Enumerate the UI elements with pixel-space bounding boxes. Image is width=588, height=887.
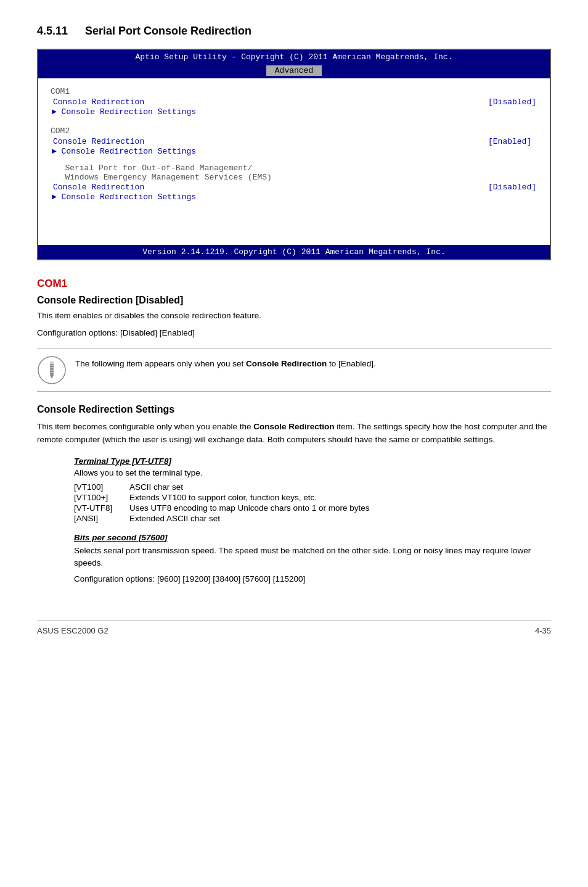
section-title: Serial Port Console Redirection (85, 25, 251, 37)
terminal-key-vt100plus: [VT100+] (74, 493, 117, 502)
bios-com1-settings-row[interactable]: ► Console Redirection Settings (52, 107, 537, 117)
bios-com2-label: COM2 (51, 126, 537, 136)
bios-screenshot: Aptio Setup Utility - Copyright (C) 2011… (37, 49, 551, 260)
bios-ems-label1: Serial Port for Out-of-Band Management/ (51, 163, 537, 173)
note-text-after: to [Enabled]. (329, 359, 376, 368)
settings-body-text: This item becomes configurable only when… (37, 420, 551, 447)
note-bold: Console Redirection (246, 359, 327, 368)
bios-com1-label: COM1 (51, 87, 537, 96)
console-redirection-config: Configuration options: [Disabled] [Enabl… (37, 327, 551, 339)
svg-marker-2 (50, 375, 54, 379)
settings-desc1: This item becomes configurable only when… (37, 422, 251, 431)
console-redirection-heading: Console Redirection [Disabled] (37, 295, 551, 306)
terminal-key-vtutf8: [VT-UTF8] (74, 503, 117, 513)
bios-ems-console-value: [Disabled] (463, 183, 537, 192)
bits-config: Configuration options: [9600] [19200] [3… (74, 574, 551, 584)
bios-content-area: COM1 Console Redirection [Disabled] ► Co… (38, 78, 550, 245)
page-footer: ASUS ESC2000 G2 4-35 (37, 621, 551, 635)
terminal-row-vt100plus: [VT100+] Extends VT100 to support color,… (74, 493, 551, 502)
bios-tab-row: Advanced (38, 64, 550, 78)
bios-com2-console-value: [Enabled] (463, 137, 537, 146)
bios-com1-console-label: Console Redirection (53, 97, 463, 107)
settings-heading: Console Redirection Settings (37, 404, 551, 415)
svg-rect-3 (50, 361, 54, 364)
bits-section: Bits per second [57600] Selects serial p… (74, 533, 551, 584)
note-text: The following item appears only when you… (75, 355, 376, 370)
terminal-heading: Terminal Type [VT-UTF8] (74, 456, 551, 466)
bios-com1-console-row[interactable]: Console Redirection [Disabled] (53, 97, 537, 107)
note-box: The following item appears only when you… (37, 349, 551, 392)
bios-com2-console-row[interactable]: Console Redirection [Enabled] (53, 137, 537, 146)
terminal-key-ansi: [ANSI] (74, 514, 117, 523)
bios-ems-label2: Windows Emergency Management Services (E… (51, 173, 537, 182)
terminal-desc: Allows you to set the terminal type. (74, 468, 551, 477)
bios-header: Aptio Setup Utility - Copyright (C) 2011… (38, 50, 550, 64)
section-heading: 4.5.11 Serial Port Console Redirection (37, 25, 551, 38)
note-text-before: The following item appears only when you… (75, 359, 243, 368)
bios-com2-settings-row[interactable]: ► Console Redirection Settings (52, 147, 537, 156)
bios-ems-console-row[interactable]: Console Redirection [Disabled] (53, 183, 537, 192)
bios-ems-settings-row[interactable]: ► Console Redirection Settings (52, 192, 537, 202)
terminal-val-vt100plus: Extends VT100 to support color, function… (129, 493, 317, 502)
bits-desc: Selects serial port transmission speed. … (74, 545, 551, 570)
terminal-val-ansi: Extended ASCII char set (129, 514, 220, 523)
terminal-section: Terminal Type [VT-UTF8] Allows you to se… (74, 456, 551, 523)
console-redirection-desc: This item enables or disables the consol… (37, 310, 551, 322)
bios-com2-console-label: Console Redirection (53, 137, 463, 146)
bios-com1-console-value: [Disabled] (463, 97, 537, 107)
note-icon (37, 355, 67, 385)
terminal-val-vtutf8: Uses UTF8 encoding to map Unicode chars … (129, 503, 369, 513)
bios-ems-console-label: Console Redirection (53, 183, 463, 192)
bits-heading: Bits per second [57600] (74, 533, 551, 542)
settings-bold: Console Redirection (253, 422, 334, 431)
bios-tab[interactable]: Advanced (266, 65, 322, 76)
footer-left: ASUS ESC2000 G2 (37, 626, 108, 635)
com1-heading: COM1 (37, 278, 551, 290)
terminal-val-vt100: ASCII char set (129, 482, 183, 492)
settings-section: Console Redirection Settings This item b… (37, 404, 551, 584)
terminal-row-ansi: [ANSI] Extended ASCII char set (74, 514, 551, 523)
section-number: 4.5.11 (37, 25, 68, 37)
bios-footer: Version 2.14.1219. Copyright (C) 2011 Am… (38, 245, 550, 259)
terminal-row-vtutf8: [VT-UTF8] Uses UTF8 encoding to map Unic… (74, 503, 551, 513)
terminal-row-vt100: [VT100] ASCII char set (74, 482, 551, 492)
terminal-key-vt100: [VT100] (74, 482, 117, 492)
footer-right: 4-35 (535, 626, 551, 635)
